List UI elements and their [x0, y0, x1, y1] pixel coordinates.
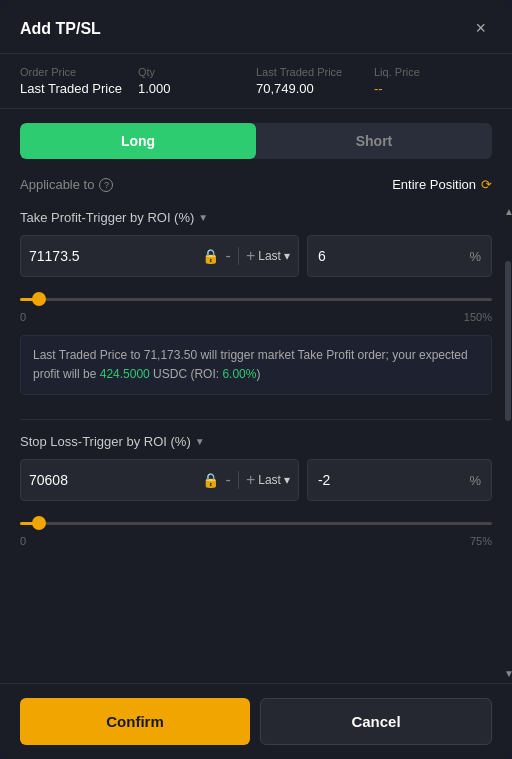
chevron-down-icon: ▾	[284, 249, 290, 263]
add-tpsl-modal: Add TP/SL × Order Price Last Traded Pric…	[0, 0, 512, 759]
last-dropdown-tp[interactable]: Last ▾	[258, 249, 290, 263]
take-profit-pct-input[interactable]	[318, 248, 368, 264]
slider-min-label-tp: 0	[20, 311, 26, 323]
take-profit-pct-group: %	[307, 235, 492, 277]
lock-icon-sl: 🔒	[202, 472, 219, 488]
take-profit-info-box: Last Traded Price to 71,173.50 will trig…	[20, 335, 492, 395]
take-profit-section: Take Profit-Trigger by ROI (%) ▼ 🔒 - + L…	[0, 202, 512, 413]
scrollbar-thumb[interactable]	[505, 261, 511, 421]
modal-title: Add TP/SL	[20, 20, 101, 38]
profit-value: 424.5000	[100, 367, 150, 381]
plus-button-tp[interactable]: +	[243, 247, 258, 265]
stop-loss-pct-group: %	[307, 459, 492, 501]
stop-loss-pct-input[interactable]	[318, 472, 368, 488]
modal-footer: Confirm Cancel	[0, 683, 512, 759]
liq-price-value: --	[374, 81, 492, 96]
section-divider	[20, 419, 492, 420]
stop-loss-price-input-group: 🔒 - + Last ▾	[20, 459, 299, 501]
liq-price-item: Liq. Price --	[374, 66, 492, 96]
stop-loss-title: Stop Loss-Trigger by ROI (%) ▼	[20, 434, 492, 449]
qty-label: Qty	[138, 66, 256, 78]
take-profit-pct-label: %	[469, 249, 481, 264]
short-button[interactable]: Short	[256, 123, 492, 159]
stop-loss-slider[interactable]	[20, 522, 492, 525]
chevron-down-icon-sl: ▾	[284, 473, 290, 487]
cancel-button[interactable]: Cancel	[260, 698, 492, 745]
confirm-button[interactable]: Confirm	[20, 698, 250, 745]
minus-button-tp[interactable]: -	[223, 247, 234, 265]
slider-max-label-sl: 75%	[470, 535, 492, 547]
take-profit-input-row: 🔒 - + Last ▾ %	[20, 235, 492, 277]
modal-header: Add TP/SL ×	[0, 0, 512, 54]
liq-price-label: Liq. Price	[374, 66, 492, 78]
roi-value: 6.00%	[222, 367, 256, 381]
stop-loss-slider-row: 0 75%	[20, 509, 492, 553]
close-button[interactable]: ×	[469, 16, 492, 41]
applicable-row: Applicable to ? Entire Position ⟳	[0, 173, 512, 202]
take-profit-slider[interactable]	[20, 298, 492, 301]
scroll-up-arrow[interactable]: ▲	[504, 206, 512, 217]
arrow-icon-sl: ▼	[195, 436, 205, 447]
stop-loss-slider-wrapper	[20, 513, 492, 533]
last-traded-value: 70,749.00	[256, 81, 374, 96]
scroll-down-arrow[interactable]: ▼	[504, 668, 512, 679]
order-price-item: Order Price Last Traded Price	[20, 66, 138, 96]
scrollbar-track[interactable]: ▲ ▼	[504, 202, 512, 683]
slider-max-label-tp: 150%	[464, 311, 492, 323]
last-traded-item: Last Traded Price 70,749.00	[256, 66, 374, 96]
take-profit-slider-row: 0 150%	[20, 285, 492, 329]
applicable-label: Applicable to ?	[20, 177, 113, 192]
stop-loss-price-input[interactable]	[29, 472, 202, 488]
order-info-row: Order Price Last Traded Price Qty 1.000 …	[0, 54, 512, 109]
slider-min-label-sl: 0	[20, 535, 26, 547]
qty-item: Qty 1.000	[138, 66, 256, 96]
last-traded-label: Last Traded Price	[256, 66, 374, 78]
take-profit-price-input[interactable]	[29, 248, 202, 264]
long-short-toggle: Long Short	[20, 123, 492, 159]
arrow-icon: ▼	[198, 212, 208, 223]
plus-button-sl[interactable]: +	[243, 471, 258, 489]
qty-value: 1.000	[138, 81, 256, 96]
divider-sl	[238, 471, 239, 489]
order-price-value: Last Traded Price	[20, 81, 138, 96]
take-profit-slider-wrapper	[20, 289, 492, 309]
refresh-icon[interactable]: ⟳	[481, 177, 492, 192]
stop-loss-input-row: 🔒 - + Last ▾ %	[20, 459, 492, 501]
lock-icon: 🔒	[202, 248, 219, 264]
applicable-value: Entire Position ⟳	[392, 177, 492, 192]
order-price-label: Order Price	[20, 66, 138, 78]
divider	[238, 247, 239, 265]
main-content: Take Profit-Trigger by ROI (%) ▼ 🔒 - + L…	[0, 202, 512, 683]
take-profit-price-input-group: 🔒 - + Last ▾	[20, 235, 299, 277]
take-profit-slider-labels: 0 150%	[20, 311, 492, 323]
stop-loss-slider-labels: 0 75%	[20, 535, 492, 547]
take-profit-title: Take Profit-Trigger by ROI (%) ▼	[20, 210, 492, 225]
stop-loss-pct-label: %	[469, 473, 481, 488]
long-button[interactable]: Long	[20, 123, 256, 159]
last-dropdown-sl[interactable]: Last ▾	[258, 473, 290, 487]
minus-button-sl[interactable]: -	[223, 471, 234, 489]
stop-loss-section: Stop Loss-Trigger by ROI (%) ▼ 🔒 - + Las…	[0, 426, 512, 561]
info-icon[interactable]: ?	[99, 178, 113, 192]
